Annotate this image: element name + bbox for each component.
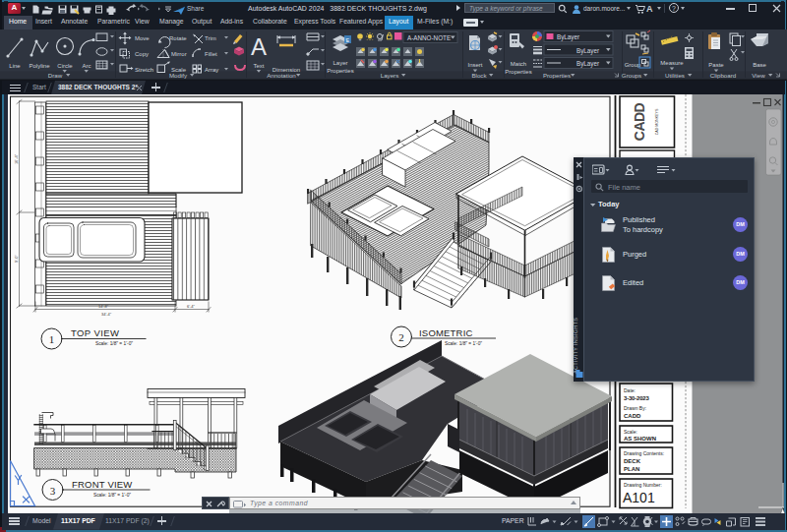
svg-text:Dimension: Dimension — [272, 67, 300, 73]
svg-text:Text: Text — [253, 63, 264, 69]
svg-text:Scale: Scale — [171, 67, 187, 73]
svg-text:ByLayer: ByLayer — [576, 60, 599, 68]
svg-text:CAD MONKEYS: CAD MONKEYS — [655, 108, 659, 135]
svg-text:DECK: DECK — [624, 458, 641, 464]
svg-text:Scale: 1/8" = 1'-0": Scale: 1/8" = 1'-0" — [93, 493, 131, 498]
svg-text:Insert: Insert — [467, 62, 482, 68]
svg-text:Group: Group — [625, 62, 641, 68]
svg-text:TOP VIEW: TOP VIEW — [71, 327, 119, 338]
svg-text:Base: Base — [753, 62, 766, 68]
svg-text:9'-0": 9'-0" — [14, 254, 19, 263]
svg-text:Modify: Modify — [169, 72, 188, 79]
svg-text:1: 1 — [49, 333, 55, 345]
svg-text:3-30-2023: 3-30-2023 — [624, 395, 649, 401]
svg-text:Groups: Groups — [622, 72, 641, 79]
svg-text:16'-4": 16'-4" — [14, 153, 19, 164]
svg-text:Clipboard: Clipboard — [710, 72, 737, 79]
svg-text:Date:: Date: — [624, 387, 636, 393]
svg-text:Scale: 1/8" = 1'-0": Scale: 1/8" = 1'-0" — [95, 341, 133, 346]
svg-text:2: 2 — [398, 331, 404, 343]
svg-text:Drawing Number:: Drawing Number: — [624, 482, 662, 488]
svg-text:Arc: Arc — [83, 63, 91, 69]
svg-text:Layers: Layers — [381, 72, 399, 79]
svg-text:Drawing Contents:: Drawing Contents: — [624, 450, 664, 456]
svg-text:CADD: CADD — [624, 413, 641, 419]
svg-text:Measure: Measure — [660, 60, 684, 66]
svg-text:Layer: Layer — [333, 60, 347, 66]
svg-text:Copy: Copy — [135, 51, 149, 57]
svg-text:AS SHOWN: AS SHOWN — [624, 436, 656, 442]
svg-text:CADD: CADD — [632, 102, 647, 141]
svg-text:Match: Match — [511, 61, 526, 67]
svg-text:View: View — [752, 72, 765, 79]
svg-text:A-ANNO-NOTE: A-ANNO-NOTE — [407, 34, 451, 41]
svg-text:Block: Block — [471, 72, 487, 79]
svg-text:Rotate: Rotate — [169, 35, 187, 41]
svg-text:ByLayer: ByLayer — [557, 33, 579, 41]
svg-text:ISOMETRIC: ISOMETRIC — [419, 327, 473, 338]
svg-text:Circle: Circle — [57, 63, 73, 69]
svg-text:6'-4": 6'-4" — [187, 304, 196, 309]
svg-text:Draw: Draw — [48, 72, 63, 79]
svg-text:Paste: Paste — [708, 62, 724, 68]
svg-text:34'-4": 34'-4" — [101, 312, 112, 317]
svg-text:A: A — [251, 33, 267, 60]
svg-text:3: 3 — [50, 485, 56, 497]
svg-text:Mirror: Mirror — [171, 51, 187, 57]
svg-text:ByLayer: ByLayer — [576, 47, 599, 55]
svg-text:Line: Line — [9, 63, 21, 69]
svg-text:Annotation: Annotation — [267, 72, 296, 79]
svg-text:Scale: 1/8" = 1'-0": Scale: 1/8" = 1'-0" — [445, 341, 482, 346]
svg-text:FRONT VIEW: FRONT VIEW — [72, 479, 132, 490]
svg-text:14'-8": 14'-8" — [98, 304, 109, 309]
svg-text:PLAN: PLAN — [624, 466, 639, 472]
svg-text:Array: Array — [205, 67, 218, 73]
svg-text:Properties: Properties — [543, 72, 571, 79]
svg-text:Drawn By:: Drawn By: — [624, 405, 646, 411]
svg-text:Trim: Trim — [205, 35, 216, 41]
svg-text:Utilities: Utilities — [665, 72, 685, 79]
svg-text:Scale:: Scale: — [624, 429, 637, 435]
svg-text:Fillet: Fillet — [205, 51, 217, 57]
svg-text:Properties: Properties — [505, 69, 531, 75]
svg-text:Polyline: Polyline — [29, 63, 50, 69]
svg-text:A101: A101 — [623, 490, 655, 505]
svg-text:Properties: Properties — [327, 68, 353, 74]
svg-text:Move: Move — [135, 35, 150, 41]
svg-text:Stretch: Stretch — [135, 67, 153, 73]
